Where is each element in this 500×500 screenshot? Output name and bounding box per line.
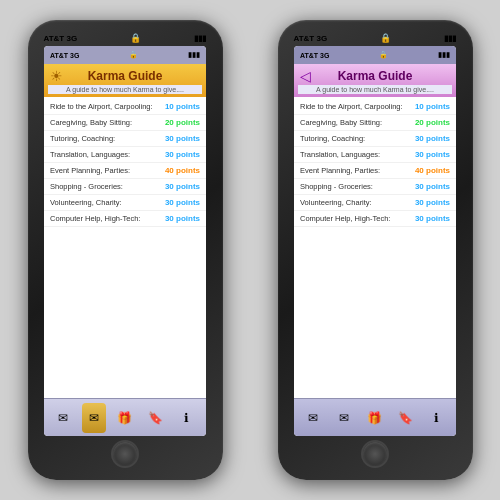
item-label: Event Planning, Parties:	[50, 166, 130, 175]
item-points: 40 points	[415, 166, 450, 175]
phone-status-bar-right: AT&T 3G 🔒 ▮▮▮	[286, 30, 465, 46]
item-label: Volunteering, Charity:	[50, 198, 122, 207]
envelope-icon: ✉	[58, 412, 68, 424]
list-item: Shopping - Groceries: 30 points	[294, 179, 456, 195]
item-label: Computer Help, High-Tech:	[50, 214, 140, 223]
sun-icon-left: ☀	[50, 68, 63, 84]
item-points: 10 points	[165, 102, 200, 111]
list-item: Translation, Languages: 30 points	[44, 147, 206, 163]
back-icon-right[interactable]: ◁	[300, 68, 311, 84]
tab-inbox-left[interactable]: ✉	[82, 403, 106, 433]
tab-bar-left: ✉ ✉ 🎁 🔖 ℹ	[44, 398, 206, 436]
list-item: Ride to the Airport, Carpooling: 10 poin…	[44, 99, 206, 115]
tab-gift-left[interactable]: 🎁	[113, 403, 137, 433]
info-icon: ℹ	[184, 412, 189, 424]
item-label: Caregiving, Baby Sitting:	[300, 118, 382, 127]
app-subtitle-left: A guide to how much Karma to give....	[48, 85, 202, 94]
app-header-left: ☀ Karma Guide A guide to how much Karma …	[44, 64, 206, 97]
tab-info-left[interactable]: ℹ	[175, 403, 199, 433]
item-points: 30 points	[165, 214, 200, 223]
left-phone-wrapper: AT&T 3G 🔒 ▮▮▮ AT&T 3G 🔒 ▮▮▮ ☀ Karma Guid…	[28, 20, 223, 480]
tab-bookmark-right[interactable]: 🔖	[394, 403, 418, 433]
item-label: Translation, Languages:	[300, 150, 380, 159]
bookmark-icon: 🔖	[148, 412, 163, 424]
list-item: Volunteering, Charity: 30 points	[44, 195, 206, 211]
app-subtitle-right: A guide to how much Karma to give....	[298, 85, 452, 94]
list-item: Shopping - Groceries: 30 points	[44, 179, 206, 195]
inbox-icon: ✉	[89, 412, 99, 424]
item-label: Translation, Languages:	[50, 150, 130, 159]
screen-status-bar-right: AT&T 3G 🔒 ▮▮▮	[294, 46, 456, 64]
item-label: Volunteering, Charity:	[300, 198, 372, 207]
karma-list-right: Ride to the Airport, Carpooling: 10 poin…	[294, 97, 456, 398]
phone-left: AT&T 3G 🔒 ▮▮▮ AT&T 3G 🔒 ▮▮▮ ☀ Karma Guid…	[28, 20, 223, 480]
right-phone-wrapper: AT&T 3G 🔒 ▮▮▮ AT&T 3G 🔒 ▮▮▮ ◁ Karma Guid…	[278, 20, 473, 480]
item-points: 30 points	[165, 182, 200, 191]
title-row-right: ◁ Karma Guide	[298, 69, 452, 83]
item-points: 30 points	[415, 134, 450, 143]
app-header-right: ◁ Karma Guide A guide to how much Karma …	[294, 64, 456, 97]
item-points: 30 points	[165, 134, 200, 143]
item-points: 30 points	[165, 150, 200, 159]
screen-carrier-left: AT&T 3G	[50, 52, 79, 59]
item-points: 30 points	[415, 198, 450, 207]
screen-battery-right: ▮▮▮	[438, 51, 450, 59]
item-label: Computer Help, High-Tech:	[300, 214, 390, 223]
title-row-left: ☀ Karma Guide	[48, 69, 202, 83]
list-item: Tutoring, Coaching: 30 points	[44, 131, 206, 147]
item-points: 10 points	[415, 102, 450, 111]
gift-icon: 🎁	[367, 412, 382, 424]
tab-info-right[interactable]: ℹ	[425, 403, 449, 433]
item-label: Tutoring, Coaching:	[300, 134, 365, 143]
item-points: 20 points	[165, 118, 200, 127]
item-points: 40 points	[165, 166, 200, 175]
item-label: Caregiving, Baby Sitting:	[50, 118, 132, 127]
tab-inbox-right[interactable]: ✉	[332, 403, 356, 433]
screen-lock-right: 🔒	[379, 51, 388, 59]
carrier-left: AT&T 3G	[44, 34, 78, 43]
list-item: Event Planning, Parties: 40 points	[44, 163, 206, 179]
item-points: 30 points	[165, 198, 200, 207]
item-points: 30 points	[415, 150, 450, 159]
item-label: Ride to the Airport, Carpooling:	[300, 102, 403, 111]
screen-status-bar-left: AT&T 3G 🔒 ▮▮▮	[44, 46, 206, 64]
list-item: Caregiving, Baby Sitting: 20 points	[294, 115, 456, 131]
app-title-left: Karma Guide	[88, 69, 163, 83]
screen-battery-left: ▮▮▮	[188, 51, 200, 59]
tab-bookmark-left[interactable]: 🔖	[144, 403, 168, 433]
item-points: 30 points	[415, 182, 450, 191]
inbox-icon: ✉	[339, 412, 349, 424]
karma-list-left: Ride to the Airport, Carpooling: 10 poin…	[44, 97, 206, 398]
item-points: 30 points	[415, 214, 450, 223]
item-label: Ride to the Airport, Carpooling:	[50, 102, 153, 111]
list-item: Tutoring, Coaching: 30 points	[294, 131, 456, 147]
screen-left: AT&T 3G 🔒 ▮▮▮ ☀ Karma Guide A guide to h…	[44, 46, 206, 436]
item-points: 20 points	[415, 118, 450, 127]
phone-status-bar-left: AT&T 3G 🔒 ▮▮▮	[36, 30, 215, 46]
tab-envelope-left[interactable]: ✉	[51, 403, 75, 433]
item-label: Tutoring, Coaching:	[50, 134, 115, 143]
tab-envelope-right[interactable]: ✉	[301, 403, 325, 433]
list-item: Computer Help, High-Tech: 30 points	[294, 211, 456, 227]
envelope-icon: ✉	[308, 412, 318, 424]
screen-carrier-right: AT&T 3G	[300, 52, 329, 59]
lock-icon-left: 🔒	[130, 33, 141, 43]
list-item: Computer Help, High-Tech: 30 points	[44, 211, 206, 227]
gift-icon: 🎁	[117, 412, 132, 424]
app-title-right: Karma Guide	[338, 69, 413, 83]
battery-right: ▮▮▮	[444, 34, 456, 43]
info-icon: ℹ	[434, 412, 439, 424]
list-item: Caregiving, Baby Sitting: 20 points	[44, 115, 206, 131]
list-item: Translation, Languages: 30 points	[294, 147, 456, 163]
home-button-left[interactable]	[111, 440, 139, 468]
battery-left: ▮▮▮	[194, 34, 206, 43]
screen-right: AT&T 3G 🔒 ▮▮▮ ◁ Karma Guide A guide to h…	[294, 46, 456, 436]
list-item: Ride to the Airport, Carpooling: 10 poin…	[294, 99, 456, 115]
tab-gift-right[interactable]: 🎁	[363, 403, 387, 433]
bookmark-icon: 🔖	[398, 412, 413, 424]
screen-lock-left: 🔒	[129, 51, 138, 59]
tab-bar-right: ✉ ✉ 🎁 🔖 ℹ	[294, 398, 456, 436]
list-item: Volunteering, Charity: 30 points	[294, 195, 456, 211]
list-item: Event Planning, Parties: 40 points	[294, 163, 456, 179]
home-button-right[interactable]	[361, 440, 389, 468]
